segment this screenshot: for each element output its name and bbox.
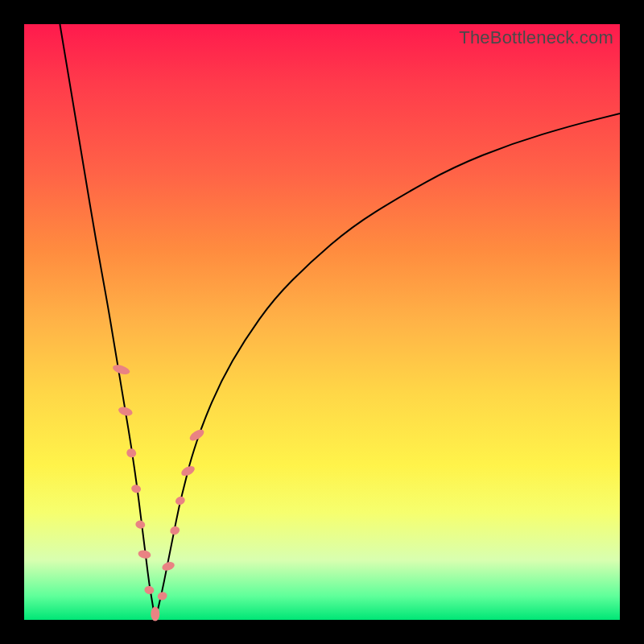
curve-group — [60, 24, 620, 620]
data-marker — [169, 525, 181, 536]
data-marker — [156, 591, 168, 601]
chart-frame: TheBottleneck.com — [24, 24, 620, 620]
markers-group — [112, 363, 206, 621]
data-marker — [144, 585, 155, 595]
data-marker — [180, 464, 196, 477]
chart-svg — [24, 24, 620, 620]
data-marker — [138, 549, 152, 559]
watermark-text: TheBottleneck.com — [459, 27, 613, 48]
data-marker — [130, 484, 142, 494]
data-marker — [134, 519, 146, 530]
data-marker — [112, 363, 131, 376]
data-marker — [174, 495, 186, 506]
curve-left-branch — [60, 24, 155, 620]
data-marker — [126, 448, 138, 459]
data-marker — [151, 607, 159, 621]
curve-right-branch — [155, 114, 620, 620]
